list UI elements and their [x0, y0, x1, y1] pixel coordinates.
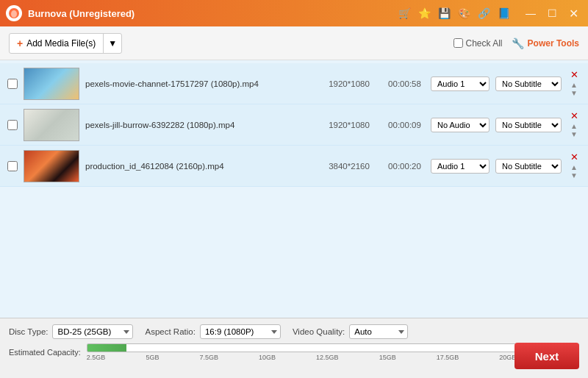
app-title: Burnova (Unregistered) [28, 8, 398, 19]
disc-type-select[interactable]: BD-25 (25GB) BD-50 (50GB) DVD-5 (4.7GB) … [52, 324, 133, 339]
audio-dropdown-3[interactable]: Audio 1 No Audio [431, 159, 490, 174]
facebook-icon[interactable]: 📘 [498, 7, 510, 19]
cart-icon[interactable]: 🛒 [398, 7, 411, 19]
aspect-ratio-select[interactable]: 16:9 (1080P) 4:3 16:9 (720P) [200, 324, 281, 339]
check-all-label[interactable]: Check All [453, 38, 503, 49]
power-tools-label: Power Tools [528, 38, 579, 49]
order-buttons-2: ▲ ▼ [570, 122, 578, 138]
file-name-3: production_id_4612084 (2160p).mp4 [85, 162, 314, 171]
file-duration-2: 00:00:09 [384, 121, 425, 129]
delete-button-2[interactable]: ✕ [570, 111, 578, 121]
tick-5: 12.5GB [316, 354, 339, 361]
tick-6: 15GB [379, 354, 396, 361]
window-controls: — ☐ ✕ [522, 5, 582, 22]
file-resolution-1: 1920*1080 [320, 79, 379, 88]
main-toolbar: + Add Media File(s) ▼ Check All 🔧 Power … [0, 26, 588, 60]
tick-8: 20GB [499, 354, 516, 361]
aspect-ratio-label: Aspect Ratio: [145, 327, 195, 336]
star-icon[interactable]: ⭐ [418, 7, 431, 19]
file-thumbnail-2 [24, 109, 79, 141]
file-audio-select-1[interactable]: Audio 1 No Audio [431, 76, 490, 91]
add-media-main[interactable]: + Add Media File(s) [10, 34, 104, 53]
video-quality-select[interactable]: Auto High Medium Low [349, 324, 408, 339]
disc-type-label: Disc Type: [9, 327, 48, 336]
bottom-controls: Disc Type: BD-25 (25GB) BD-50 (50GB) DVD… [9, 324, 579, 339]
order-buttons-1: ▲ ▼ [570, 81, 578, 97]
check-all-checkbox[interactable] [453, 38, 463, 48]
capacity-bar-fill [87, 344, 126, 352]
table-row: production_id_4612084 (2160p).mp4 3840*2… [0, 146, 588, 187]
tick-4: 10GB [259, 354, 276, 361]
paint-icon[interactable]: 🎨 [458, 7, 470, 19]
power-tools-button[interactable]: 🔧 Power Tools [512, 38, 579, 49]
file-audio-select-2[interactable]: No Audio Audio 1 [431, 118, 490, 132]
toolbar-right: Check All 🔧 Power Tools [453, 38, 579, 49]
move-down-button-2[interactable]: ▼ [570, 130, 578, 138]
file-thumbnail-1 [24, 68, 79, 100]
app-window: Burnova (Unregistered) 🛒 ⭐ 💾 🎨 🔗 📘 — ☐ ✕… [0, 0, 588, 378]
minimize-button[interactable]: — [522, 6, 539, 21]
title-bar: Burnova (Unregistered) 🛒 ⭐ 💾 🎨 🔗 📘 — ☐ ✕ [0, 0, 588, 26]
add-media-button[interactable]: + Add Media File(s) ▼ [9, 33, 122, 54]
wrench-icon: 🔧 [512, 38, 524, 49]
subtitle-dropdown-3[interactable]: No Subtitle Subtitle 1 [495, 159, 562, 174]
capacity-ticks: 2.5GB 5GB 7.5GB 10GB 12.5GB 15GB 17.5GB … [87, 354, 579, 361]
estimated-capacity-label: Estimated Capacity: [9, 348, 81, 357]
bottom-bar: Disc Type: BD-25 (25GB) BD-50 (50GB) DVD… [0, 318, 588, 378]
move-up-button-1[interactable]: ▲ [570, 81, 578, 89]
capacity-bar-area: 2.5GB 5GB 7.5GB 10GB 12.5GB 15GB 17.5GB … [87, 343, 579, 361]
file-name-2: pexels-jill-burrow-6392282 (1080p).mp4 [85, 121, 314, 129]
file-actions-3: ✕ ▲ ▼ [567, 152, 581, 179]
audio-dropdown-2[interactable]: No Audio Audio 1 [431, 118, 490, 132]
file-checkbox-2[interactable] [7, 120, 18, 130]
delete-button-3[interactable]: ✕ [570, 152, 578, 162]
tick-7: 17.5GB [437, 354, 459, 361]
file-thumbnail-3 [24, 150, 79, 182]
table-row: pexels-movie-channet-17517297 (1080p).mp… [0, 63, 588, 104]
check-all-text: Check All [466, 38, 503, 49]
link-icon[interactable]: 🔗 [478, 7, 490, 19]
plus-icon: + [17, 38, 23, 49]
title-icon-group: 🛒 ⭐ 💾 🎨 🔗 📘 [398, 7, 510, 19]
aspect-ratio-group: Aspect Ratio: 16:9 (1080P) 4:3 16:9 (720… [145, 324, 280, 339]
tick-2: 5GB [146, 354, 159, 361]
video-quality-label: Video Quality: [293, 327, 345, 336]
add-media-label: Add Media File(s) [26, 38, 96, 49]
file-checkbox-1[interactable] [7, 79, 18, 89]
capacity-section: Estimated Capacity: 2.5GB 5GB 7.5GB 10GB… [9, 343, 579, 361]
file-duration-3: 00:00:20 [384, 162, 425, 171]
order-buttons-3: ▲ ▼ [570, 163, 578, 179]
content-area: pexels-movie-channet-17517297 (1080p).mp… [0, 60, 588, 318]
move-up-button-2[interactable]: ▲ [570, 122, 578, 130]
delete-button-1[interactable]: ✕ [570, 70, 578, 79]
file-subtitle-select-3[interactable]: No Subtitle Subtitle 1 [495, 159, 562, 174]
maximize-button[interactable]: ☐ [544, 6, 561, 21]
video-quality-group: Video Quality: Auto High Medium Low [293, 324, 408, 339]
file-resolution-2: 1920*1080 [320, 121, 379, 129]
subtitle-dropdown-2[interactable]: No Subtitle Subtitle 1 [495, 118, 562, 132]
add-media-dropdown[interactable]: ▼ [104, 35, 121, 52]
disc-type-group: Disc Type: BD-25 (25GB) BD-50 (50GB) DVD… [9, 324, 133, 339]
file-list: pexels-movie-channet-17517297 (1080p).mp… [0, 60, 588, 318]
file-audio-select-3[interactable]: Audio 1 No Audio [431, 159, 490, 174]
file-actions-1: ✕ ▲ ▼ [567, 70, 581, 97]
move-down-button-3[interactable]: ▼ [570, 171, 578, 179]
capacity-bar [87, 343, 579, 352]
subtitle-dropdown-1[interactable]: No Subtitle Subtitle 1 [495, 76, 562, 91]
next-button[interactable]: Next [514, 343, 579, 369]
audio-dropdown-1[interactable]: Audio 1 No Audio [431, 76, 490, 91]
file-subtitle-select-1[interactable]: No Subtitle Subtitle 1 [495, 76, 562, 91]
file-resolution-3: 3840*2160 [320, 162, 379, 171]
file-subtitle-select-2[interactable]: No Subtitle Subtitle 1 [495, 118, 562, 132]
file-actions-2: ✕ ▲ ▼ [567, 111, 581, 138]
tick-1: 2.5GB [87, 354, 106, 361]
save-icon[interactable]: 💾 [438, 7, 451, 19]
file-checkbox-3[interactable] [7, 161, 18, 171]
move-up-button-3[interactable]: ▲ [570, 163, 578, 171]
move-down-button-1[interactable]: ▼ [570, 89, 578, 97]
close-button[interactable]: ✕ [565, 5, 582, 22]
tick-3: 7.5GB [199, 354, 218, 361]
app-logo [6, 5, 22, 21]
svg-point-1 [11, 10, 17, 18]
file-name-1: pexels-movie-channet-17517297 (1080p).mp… [85, 79, 314, 88]
